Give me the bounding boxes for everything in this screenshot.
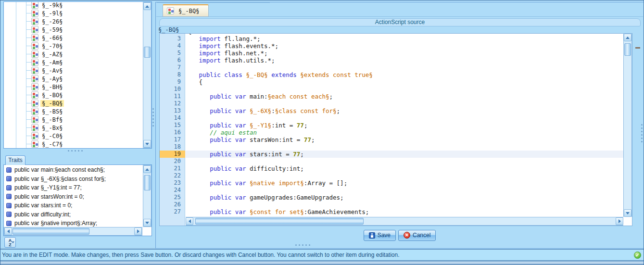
class-icon	[31, 1, 38, 9]
vertical-splitter[interactable]	[641, 124, 643, 142]
traits-vertical-scrollbar[interactable]	[143, 165, 152, 227]
code-text-area[interactable]: 2{3import fl.lang.*;4import flash.events…	[160, 34, 623, 217]
window-bottom-edge	[0, 261, 644, 265]
code-text: {	[185, 78, 623, 86]
sort-az-button[interactable]: A Z	[4, 237, 16, 248]
trait-square-icon	[6, 194, 12, 199]
tab-traits[interactable]: Traits	[5, 155, 25, 165]
tree-item[interactable]: §_-26§	[4, 17, 142, 25]
tabbar-edge	[157, 2, 270, 3]
cancel-label: Cancel	[413, 232, 430, 239]
line-number: 19	[160, 151, 185, 158]
tree-item[interactable]: §_-59§	[4, 25, 142, 34]
horizontal-splitter[interactable]	[68, 150, 83, 151]
vertical-splitter[interactable]	[152, 108, 154, 126]
scroll-right-icon[interactable]	[134, 227, 142, 235]
code-line: 12	[160, 100, 623, 107]
scroll-position-marker[interactable]	[635, 47, 640, 49]
tree-item[interactable]: §_-BO§	[4, 91, 142, 99]
trait-square-icon	[6, 185, 12, 190]
tree-item-label: §_-BS§	[40, 108, 64, 115]
trait-square-icon	[6, 176, 12, 181]
scroll-right-icon[interactable]	[616, 217, 623, 225]
class-icon	[31, 67, 38, 74]
code-line: 13public var §_-6X§:§class const for§;	[160, 107, 623, 114]
editor-hscrollbar-thumb[interactable]	[195, 218, 364, 225]
code-text: public var §const for set§:GameAchieveme…	[185, 208, 623, 215]
code-text: public var §native import§:Array = [];	[185, 179, 623, 187]
code-line: 21public var difficulty:int;	[160, 165, 623, 172]
scroll-left-icon[interactable]	[4, 227, 12, 235]
trait-item[interactable]: public var difficulty:int;	[4, 210, 142, 219]
line-number: 13	[160, 107, 185, 114]
trait-square-icon	[6, 167, 12, 173]
tree-item[interactable]: §_-BH§	[4, 83, 142, 91]
tree-item-label: §_-BQ§	[40, 100, 64, 107]
scroll-down-icon[interactable]	[143, 219, 151, 227]
tree-item[interactable]: §_-BQ§	[4, 99, 142, 107]
scroll-down-icon[interactable]	[143, 140, 151, 148]
line-number: 21	[160, 165, 185, 172]
traits-scrollbar-thumb[interactable]	[144, 175, 151, 190]
scroll-down-icon[interactable]	[624, 209, 631, 217]
trait-item[interactable]: public var starsWon:int = 0;	[4, 192, 142, 202]
cancel-button[interactable]: Cancel	[398, 230, 436, 241]
editor-scrollbar-thumb[interactable]	[624, 43, 631, 56]
trait-item[interactable]: public var §_-Y1§:int = 77;	[4, 183, 142, 192]
tree-item[interactable]: §_-Av§	[4, 66, 142, 75]
save-button[interactable]: Save	[364, 230, 396, 241]
traits-list: public var main:§each const each§;public…	[4, 165, 142, 227]
class-icon	[31, 59, 38, 66]
status-bar: You are in the EDIT mode. Make changes, …	[0, 249, 644, 261]
trait-item[interactable]: public var stars:int = 0;	[4, 201, 142, 210]
tree-item-label: §_-BO§	[40, 92, 64, 99]
tree-item[interactable]: §_-BS§	[4, 107, 142, 115]
tree-vertical-scrollbar[interactable]	[143, 2, 152, 148]
line-number: 16	[160, 129, 185, 136]
tree-item[interactable]: §_-66§	[4, 34, 142, 42]
tree-item-label: §_-59§	[40, 26, 64, 33]
horizontal-splitter[interactable]	[295, 244, 310, 246]
traits-hscrollbar-thumb[interactable]	[13, 228, 89, 235]
line-number: 5	[160, 50, 185, 57]
trait-item-label: public var main:§each const each§;	[14, 166, 105, 173]
actionscript-source-header: ActionScript source	[159, 18, 641, 26]
scroll-up-icon[interactable]	[143, 165, 151, 173]
line-number: 27	[160, 208, 185, 215]
tree-item[interactable]: §_-C0§	[4, 132, 142, 140]
tree-item[interactable]: §_-C7§	[4, 140, 142, 148]
code-text: import flash.utils.*;	[185, 57, 623, 64]
code-text: public class §_-BQ§ extends §extends con…	[185, 71, 623, 78]
tree-item[interactable]: §_-AZ§	[4, 50, 142, 58]
tab-script-bq[interactable]: §_-BQ§	[163, 4, 209, 17]
editor-horizontal-scrollbar[interactable]	[186, 217, 623, 226]
code-text: import fl.lang.*;	[185, 35, 623, 42]
sort-arrow-icon	[12, 241, 14, 245]
tree-scrollbar-thumb[interactable]	[144, 47, 151, 58]
tree-item[interactable]: §_-Bf§	[4, 115, 142, 124]
editor-panel: §_-BQ§ ActionScript source §_-BQ§ 2{3imp…	[155, 2, 644, 249]
code-line: 3import fl.lang.*;	[160, 35, 623, 42]
trait-item[interactable]: public var main:§each const each§;	[4, 165, 142, 175]
tree-item[interactable]: §_-Am§	[4, 58, 142, 66]
tree-item[interactable]: §_-Bx§	[4, 124, 142, 132]
code-text: public var §_-6X§:§class const for§;	[185, 107, 623, 114]
code-line: 24	[160, 187, 623, 194]
tree-item[interactable]: §_-70§	[4, 42, 142, 50]
tree-item-label: §_-Am§	[40, 59, 64, 66]
script-name-label: §_-BQ§	[158, 26, 179, 33]
scroll-left-icon[interactable]	[186, 217, 193, 225]
scroll-up-icon[interactable]	[624, 34, 631, 41]
edit-button-bar: Save Cancel	[156, 227, 644, 243]
scroll-up-icon[interactable]	[143, 2, 151, 10]
traits-horizontal-scrollbar[interactable]	[4, 227, 142, 236]
trait-item[interactable]: public var §native import§:Array;	[4, 219, 142, 227]
code-line: 15public var §_-Y1§:int = 77;	[160, 122, 623, 129]
editor-vertical-scrollbar[interactable]	[623, 34, 632, 217]
tabbar-bottom-border	[156, 16, 643, 17]
tree-item[interactable]: §_-9k§	[4, 1, 142, 9]
tree-item[interactable]: §_-Ay§	[4, 75, 142, 83]
code-text: import flash.events.*;	[185, 42, 623, 50]
tree-item[interactable]: §_-9l§	[4, 9, 142, 17]
trait-item[interactable]: public var §_-6X§:§class const for§;	[4, 175, 142, 184]
